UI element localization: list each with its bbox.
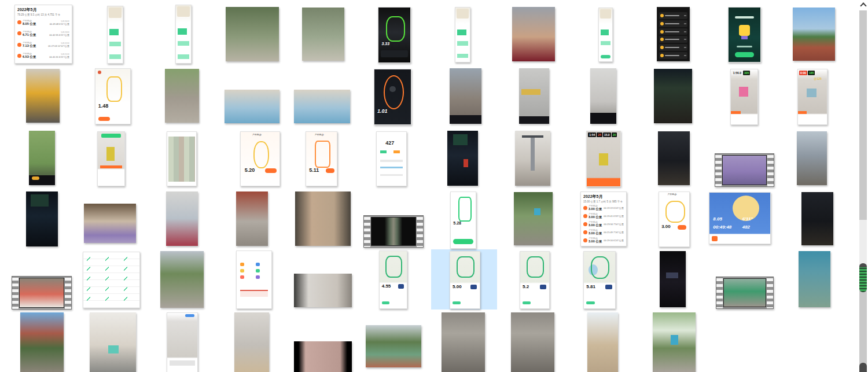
thumb-photo-stretching-pair[interactable] (84, 204, 136, 243)
thumb-photo-alley-jump-rope-1[interactable] (442, 312, 485, 372)
thumb-photo-night-hoop[interactable] (26, 191, 58, 246)
stats-summary: 15.00 公里 1.7 小时 5 次 985 千卡 (583, 200, 624, 203)
thumb-photo-hallway-walk[interactable] (234, 312, 269, 372)
medal-icon (660, 22, 664, 25)
thumb-route-map-1-48km[interactable]: 1.48 (95, 68, 131, 124)
thumb-video-gallery-recording[interactable] (363, 215, 424, 248)
thumb-detail-rect (240, 290, 268, 291)
thumb-video-arms-raised[interactable] (12, 276, 72, 310)
thumb-photo-girl-basketball[interactable] (165, 69, 199, 123)
thumb-video-jump-rope-greenwall[interactable] (716, 277, 774, 309)
thumb-detail-rect (464, 159, 468, 167)
thumb-detail-ring (385, 256, 402, 278)
thumb-detail-pill (601, 55, 610, 58)
thumb-photo-jump-rope-canopy[interactable] (799, 251, 830, 307)
thumb-photo-runner-blue-shirt-path[interactable] (514, 192, 553, 245)
thumb-photo-dusk-sidewalk[interactable] (797, 131, 827, 185)
thumb-photo-park-court[interactable] (366, 325, 421, 367)
thumb-gallery-grid-screenshot[interactable] (167, 131, 197, 186)
activity-time-pace: 00:41:31 6'21"/公里 (49, 56, 69, 58)
activity-info: 户外跑步3.00 公里 (589, 237, 602, 244)
thumb-photo-night-street-2[interactable] (801, 192, 833, 245)
thumb-map-run-5-00km[interactable]: 5.00 (450, 251, 480, 309)
route-tick-icon (105, 267, 109, 271)
thumb-photo-plank-pair[interactable] (166, 191, 198, 246)
thumb-video-situp-purple-mat[interactable] (715, 153, 774, 187)
medal-text-line (665, 31, 679, 32)
thumb-video-editor-corridor[interactable] (167, 312, 198, 372)
scrollbar-up-button[interactable] (860, 1, 866, 9)
thumb-map-run-4-55km[interactable]: 4.55 (379, 251, 407, 309)
thumb-route-app-5-28km-green[interactable]: 5.28 (450, 191, 476, 249)
thumb-photo-pushup-handle[interactable] (587, 312, 618, 372)
thumb-night-run-route-app[interactable]: 3.33 (378, 7, 411, 63)
thumb-health-stats-427[interactable]: 427 (376, 131, 407, 186)
thumb-medal-list-screenshot[interactable] (657, 7, 690, 61)
thumb-share-card-moon-runner[interactable]: 8.056'11"00:49:48482 (709, 192, 771, 244)
thumb-night-track-route-app-1-01[interactable]: 1.01 (374, 69, 411, 125)
thumb-photo-night-basketball[interactable] (447, 131, 478, 186)
thumb-photo-kid-jump-rope-redwall[interactable] (236, 191, 268, 246)
thumb-jump-rope-counter-000-185[interactable]: 0:00185@125 (797, 69, 827, 125)
thumb-photo-yoga-wheel-1[interactable] (225, 90, 279, 123)
chevron-up-icon (860, 2, 866, 9)
stats-title: 2022年5月 (17, 7, 69, 13)
thumb-detail-rect (739, 87, 749, 97)
thumb-video-jump-rope-indoor[interactable] (519, 68, 549, 124)
thumb-photo-track-run-blue-sky[interactable] (793, 8, 835, 61)
thumb-health-app-tall-3[interactable] (455, 7, 470, 62)
thumb-detail-rect (457, 41, 468, 46)
thumb-detail-rect (256, 269, 260, 272)
thumb-video-jump-rope-corridor[interactable] (450, 68, 481, 124)
thumb-detail-text: 427 (385, 141, 397, 146)
thumb-photo-jump-rope-sidewalk[interactable] (160, 251, 204, 308)
scrollbar-secondary-thumb[interactable] (859, 363, 867, 372)
activity-time-pace: 00:19:19 6'24"/公里 (604, 207, 624, 209)
thumb-photo-running-tree-road-1[interactable] (226, 7, 279, 61)
thumb-detail-rect (519, 116, 549, 124)
thumb-photo-living-room[interactable] (90, 312, 136, 372)
thumb-route-app-5-11km[interactable]: 户外跑步5.11 (306, 131, 337, 186)
thumb-health-app-tall-4[interactable] (598, 8, 613, 62)
thumb-run-records-collage[interactable] (83, 252, 140, 308)
thumb-detail-rect (380, 167, 403, 169)
thumb-sport-service-app[interactable] (236, 251, 272, 309)
route-tick-icon (87, 297, 90, 301)
activity-info: 户外跑步7.13 公里 (23, 41, 36, 48)
thumb-photo-night-dark[interactable] (660, 251, 686, 307)
thumb-jump-rope-app-yellow-shirt[interactable] (97, 131, 125, 186)
thumb-photo-running-tree-road-2[interactable] (302, 8, 344, 61)
thumb-photo-night-track[interactable] (654, 69, 692, 123)
thumb-map-run-5-81km[interactable]: 5.81 (583, 251, 616, 309)
counter-badge: 1:54 (588, 132, 596, 137)
thumb-route-app-3-00km[interactable]: 户外跑步3.00 (659, 191, 690, 247)
thumb-video-park-run[interactable] (29, 131, 55, 185)
thumb-photo-yoga-wheel-2[interactable] (294, 90, 350, 123)
thumb-run-stats-may-2022[interactable]: 2022年5月79.29 公里 9.3 小时 13 次 4,751 千卡户外跑步… (14, 5, 72, 64)
thumb-health-app-tall-1[interactable] (107, 6, 123, 64)
thumb-jump-rope-counter-154-24-20[interactable]: 1:542415.020 (586, 131, 621, 187)
thumb-video-plank-closeup[interactable] (294, 274, 352, 307)
thumb-photo-woman-pullup[interactable] (515, 131, 550, 186)
thumb-run-stats-may-15km[interactable]: 2022年5月15.00 公里 1.7 小时 5 次 985 千卡户外跑步3.0… (580, 191, 627, 246)
thumb-video-jump-rope-kid[interactable] (590, 68, 616, 124)
thumb-detail-ring (591, 256, 609, 279)
thumb-video-treadmill-room[interactable] (295, 191, 351, 246)
thumb-new-medal-award-screenshot[interactable] (728, 7, 761, 62)
thumb-video-plank-bedroom[interactable] (294, 341, 352, 372)
thumb-health-app-tall-2[interactable] (175, 5, 192, 64)
thumb-photo-selfie-red-shirt[interactable] (512, 7, 555, 61)
thumb-photo-courtyard-wave[interactable] (20, 312, 64, 372)
scrollbar-track-gap[interactable] (859, 220, 867, 264)
thumb-photo-pullup-yellow-shirt[interactable] (26, 69, 60, 123)
thumb-jump-rope-counter-156-305[interactable]: 1:56.0305 (730, 69, 758, 125)
scrollbar-thumb[interactable] (859, 263, 867, 292)
thumb-photo-alley-jump-rope-2[interactable] (511, 312, 554, 372)
thumb-photo-night-street-1[interactable] (658, 131, 690, 185)
thumb-route-app-5-20km[interactable]: 户外跑步5.20 (240, 131, 280, 186)
thumb-photo-park-jump-rope-blue[interactable] (653, 312, 696, 372)
scrollbar-track[interactable] (859, 10, 867, 372)
thumb-detail-rect (178, 41, 189, 46)
medal-meta-line (684, 55, 687, 56)
thumb-map-run-5-2km[interactable]: 5.2 (520, 251, 550, 309)
